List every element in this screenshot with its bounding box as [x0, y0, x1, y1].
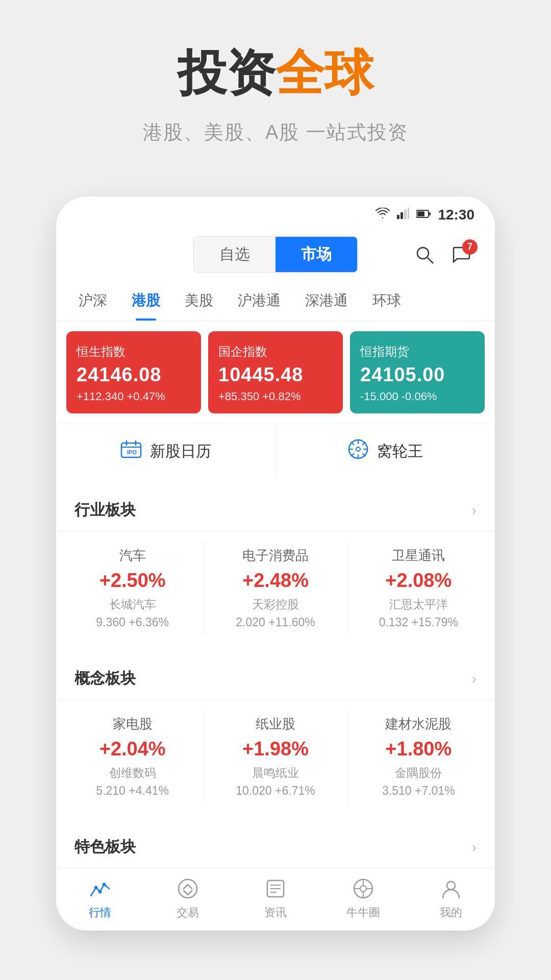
app-header: 自选 市场 7 [56, 228, 495, 273]
message-button[interactable]: 7 [448, 241, 474, 268]
tab-switcher[interactable]: 自选 市场 [193, 236, 358, 273]
concept-item-paper[interactable]: 纸业股 +1.98% 晨鸣纸业 10.020 +6.71% [204, 710, 347, 803]
auto-pct: +2.50% [99, 570, 166, 592]
index-cards: 恒生指数 24146.08 +112.340 +0.47% 国企指数 10445… [56, 321, 495, 424]
hero-title: 投资 全球 [178, 41, 373, 107]
svg-point-24 [94, 886, 97, 889]
nav-item-profile[interactable]: 我的 [407, 876, 495, 920]
electronics-name: 电子消费品 [242, 547, 309, 565]
industry-chevron-icon: › [472, 502, 477, 519]
nav-label-market: 行情 [89, 905, 111, 920]
appliance-stock: 创维数码 [109, 765, 156, 781]
nav-item-market[interactable]: 行情 [56, 876, 144, 920]
index-card-hscei[interactable]: 国企指数 10445.48 +85.350 +0.82% [208, 331, 343, 413]
concept-item-cement[interactable]: 建材水泥股 +1.80% 金隅股份 3.510 +7.01% [347, 710, 490, 803]
hero-title-orange: 全球 [276, 41, 373, 107]
market-tab-us[interactable]: 美股 [172, 281, 226, 321]
hscei-value: 10445.48 [218, 364, 333, 386]
cement-name: 建材水泥股 [385, 715, 452, 733]
nav-item-news[interactable]: 资讯 [232, 876, 319, 920]
hsi-value: 24146.08 [77, 364, 191, 386]
tab-market[interactable]: 市场 [276, 237, 357, 272]
tab-watchlist[interactable]: 自选 [194, 237, 276, 272]
auto-price: 9.360 +6.36% [96, 616, 169, 629]
signal-icon [397, 208, 409, 222]
industry-item-auto[interactable]: 汽车 +2.50% 长城汽车 9.360 +6.36% [61, 542, 204, 634]
svg-point-25 [98, 890, 102, 893]
index-card-hsi[interactable]: 恒生指数 24146.08 +112.340 +0.47% [66, 331, 201, 413]
industry-sector-title: 行业板块 [74, 500, 136, 521]
concept-sector-title: 概念板块 [74, 668, 136, 689]
futures-change: -15.000 -0.06% [360, 390, 474, 403]
svg-rect-1 [400, 212, 403, 219]
concept-item-appliance[interactable]: 家电股 +2.04% 创维数码 5.210 +4.41% [61, 710, 204, 803]
cement-price: 3.510 +7.01% [382, 784, 455, 798]
wheel-icon [347, 438, 369, 464]
market-tab-hushen[interactable]: 沪深 [66, 281, 119, 321]
paper-pct: +1.98% [242, 738, 309, 760]
trade-icon [176, 876, 200, 901]
industry-sector-header[interactable]: 行业板块 › [56, 485, 495, 531]
electronics-pct: +2.48% [242, 570, 309, 592]
auto-name: 汽车 [119, 547, 146, 565]
index-card-futures[interactable]: 恒指期货 24105.00 -15.000 -0.06% [350, 331, 485, 413]
special-sector-header[interactable]: 特色板块 › [56, 822, 495, 868]
svg-text:IPO: IPO [127, 449, 137, 455]
auto-stock: 长城汽车 [109, 597, 156, 612]
paper-stock: 晨鸣纸业 [252, 765, 299, 781]
futures-name: 恒指期货 [360, 344, 474, 360]
ipo-icon: IPO [120, 440, 142, 462]
satellite-stock: 汇思太平洋 [389, 597, 448, 612]
news-icon [263, 876, 288, 901]
cement-stock: 金隅股份 [395, 765, 442, 781]
message-badge: 7 [462, 239, 478, 255]
status-bar: 12:30 [56, 197, 495, 228]
appliance-price: 5.210 +4.41% [96, 784, 169, 798]
nav-label-news: 资讯 [264, 905, 287, 920]
special-sector: 特色板块 › [56, 822, 495, 868]
electronics-stock: 天彩控股 [252, 597, 299, 612]
futures-value: 24105.00 [360, 364, 474, 386]
special-sector-title: 特色板块 [74, 837, 136, 857]
market-tab-global[interactable]: 环球 [360, 281, 413, 321]
satellite-pct: +2.08% [385, 570, 452, 592]
industry-item-electronics[interactable]: 电子消费品 +2.48% 天彩控股 2.020 +11.60% [204, 542, 347, 634]
market-tab-hk[interactable]: 港股 [119, 281, 172, 321]
nav-label-profile: 我的 [440, 905, 462, 920]
nav-label-trade: 交易 [177, 905, 199, 920]
warrant-action[interactable]: 窝轮王 [276, 424, 495, 478]
quick-actions: IPO 新股日历 窝轮王 [56, 424, 495, 478]
concept-sector-header[interactable]: 概念板块 › [56, 654, 495, 700]
ipo-calendar-action[interactable]: IPO 新股日历 [56, 424, 276, 478]
cement-pct: +1.80% [385, 738, 452, 760]
hscei-change: +85.350 +0.82% [218, 390, 333, 403]
appliance-name: 家电股 [113, 715, 153, 733]
nav-item-community[interactable]: 牛牛圈 [319, 876, 407, 920]
search-button[interactable] [411, 241, 438, 268]
svg-line-8 [428, 258, 433, 263]
paper-price: 10.020 +6.71% [236, 784, 315, 798]
paper-name: 纸业股 [256, 715, 295, 733]
svg-rect-2 [404, 210, 407, 219]
profile-icon [439, 876, 463, 901]
phone-mockup: 12:30 自选 市场 7 沪深 港股 美股 [56, 197, 495, 930]
hero-title-black: 投资 [178, 41, 276, 107]
industry-item-satellite[interactable]: 卫星通讯 +2.08% 汇思太平洋 0.132 +15.79% [347, 542, 490, 634]
community-icon [351, 876, 375, 901]
hsi-change: +112.340 +0.47% [77, 390, 191, 403]
svg-rect-3 [408, 208, 409, 219]
nav-item-trade[interactable]: 交易 [144, 876, 232, 920]
svg-point-7 [417, 248, 429, 259]
svg-rect-6 [429, 212, 431, 215]
concept-sector: 概念板块 › 家电股 +2.04% 创维数码 5.210 +4.41% 纸业股 … [56, 654, 495, 815]
market-tab-szhk[interactable]: 深港通 [293, 281, 360, 321]
market-tab-shhk[interactable]: 沪港通 [226, 281, 293, 321]
satellite-name: 卫星通讯 [392, 547, 445, 565]
hero-section: 投资 全球 港股、美股、A股 一站式投资 [0, 0, 551, 176]
warrant-label: 窝轮王 [377, 441, 423, 462]
svg-point-33 [360, 886, 366, 892]
svg-rect-5 [417, 211, 424, 216]
nav-label-community: 牛牛圈 [346, 905, 380, 920]
bottom-nav: 行情 交易 资讯 [56, 868, 495, 930]
concept-sector-items: 家电股 +2.04% 创维数码 5.210 +4.41% 纸业股 +1.98% … [56, 700, 495, 815]
